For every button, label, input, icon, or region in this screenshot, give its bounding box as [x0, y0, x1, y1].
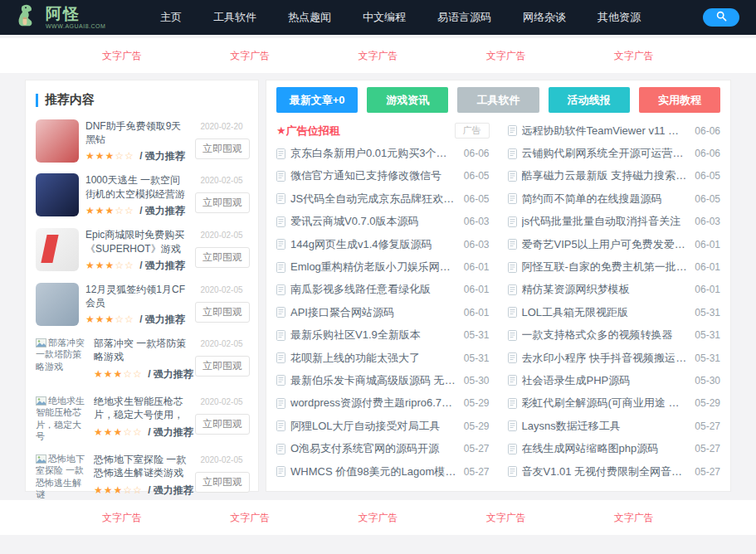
article-link[interactable]: API接口聚合网站源码 [290, 305, 457, 320]
watch-button[interactable]: 立即围观 [195, 356, 250, 377]
watch-button[interactable]: 立即围观 [195, 414, 250, 435]
watch-button[interactable]: 立即围观 [195, 192, 250, 213]
nav-item-hot-news[interactable]: 热点趣闻 [288, 10, 331, 25]
article-row: 南瓜影视多线路任意看绿化版06-01 [276, 279, 490, 301]
article-link[interactable]: 云铺购代刷网系统全开源可运营程序搭建 [522, 146, 689, 161]
article-date: 05-31 [695, 352, 720, 364]
item-title[interactable]: 部落冲突 一款塔防策略游戏 [94, 337, 188, 363]
item-title[interactable]: 12月灵狐签约领1月CF会员 [85, 283, 188, 309]
item-info: 1000天逃生 一款空间街机的太空模拟经营游戏★★★☆☆ / 强力推荐 [85, 173, 188, 218]
text-ad-link[interactable]: 文字广告 [358, 511, 398, 525]
article-link[interactable]: WHMCS 价值98美元的Lagom模板开源 [290, 464, 457, 479]
nav-item-chinese-programming[interactable]: 中文编程 [363, 10, 406, 25]
tab-tool-software[interactable]: 工具软件 [457, 87, 539, 113]
article-link[interactable]: JS代码全自动完成京东品牌狂欢城活动任务 [290, 192, 457, 207]
panel-title: 推荐内容 [36, 87, 248, 114]
nav-item-home[interactable]: 主页 [160, 10, 182, 25]
article-link[interactable]: 社会语录生成PHP源码 [522, 373, 689, 388]
article-link[interactable]: 在线生成网站缩略图php源码 [522, 441, 689, 456]
article-date: 05-29 [695, 397, 720, 409]
broken-image-alt[interactable]: 部落冲突 一款塔防策略游戏 [36, 337, 87, 385]
search-button[interactable] [703, 8, 739, 27]
watch-button[interactable]: 立即围观 [195, 302, 250, 323]
article-date: 06-01 [695, 284, 720, 295]
article-link[interactable]: 南瓜影视多线路任意看绿化版 [290, 282, 457, 297]
article-link[interactable]: Laysns数据迁移工具 [522, 419, 689, 434]
text-ad-link[interactable]: 文字广告 [358, 49, 398, 63]
article-link[interactable]: 精仿某资源网织梦模板 [522, 282, 689, 297]
watch-button[interactable]: 立即围观 [195, 472, 250, 493]
article-link[interactable]: 远程协助软件TeamViewer v11 单文件版 [522, 124, 689, 138]
star-empty-icons: ☆☆ [115, 313, 134, 325]
ad-slot-link[interactable]: ★广告位招租 [276, 124, 455, 138]
article-row: API接口聚合网站源码06-01 [276, 301, 490, 323]
item-title[interactable]: Epic商城限时免费购买《SUPERHOT》游戏 [85, 228, 188, 255]
article-link[interactable]: 音友V1.01 无视付费限制全网音乐无损免费... [522, 464, 689, 479]
text-ad-link[interactable]: 文字广告 [102, 49, 142, 63]
broken-image-alt[interactable]: 绝地求生智能压枪芯片，稳定大号 [36, 395, 87, 443]
item-title[interactable]: 恐怖地下室探险 一款恐怖逃生解谜类游戏 [94, 453, 188, 479]
text-ad-link[interactable]: 文字广告 [614, 511, 654, 525]
item-meta: 2020-02-05立即围观 [195, 283, 248, 323]
star-empty-icons: ☆☆ [123, 484, 143, 496]
article-link[interactable]: LOL工具箱无限视距版 [522, 305, 689, 320]
article-link[interactable]: 去水印小程序 快手抖音视频搬运工上热门... [522, 351, 689, 366]
item-thumbnail[interactable] [36, 228, 79, 271]
article-link[interactable]: 花呗新上线的功能太强大了 [290, 351, 457, 366]
article-link[interactable]: 京东白条新用户0.01元购买3个月爱奇艺黄... [290, 146, 457, 161]
recommended-item: DNF助手免费领取9天黑钻★★★☆☆ / 强力推荐2020-02-20立即围观 [36, 114, 248, 168]
watch-button[interactable]: 立即围观 [195, 247, 250, 268]
article-row: 爱讯云商城V0.7.0版本源码06-03 [276, 211, 490, 233]
text-ad-link[interactable]: 文字广告 [230, 511, 270, 525]
nav-item-easy-language-source[interactable]: 易语言源码 [437, 10, 491, 25]
tab-activity-feeds[interactable]: 活动线报 [549, 87, 630, 113]
nav-item-network-talk[interactable]: 网络杂谈 [523, 10, 566, 25]
article-link[interactable]: 最新乐购社区V1.9全新版本 [290, 328, 457, 343]
article-link[interactable]: 最新伯乐发卡商城高级版源码 无后门 [290, 373, 457, 388]
broken-image-alt[interactable]: 恐怖地下室探险 一款恐怖逃生解谜 [36, 453, 87, 501]
article-link[interactable]: 阿怪互联-自家的免费主机第一批正式开启 [522, 260, 689, 275]
site-logo[interactable]: 阿怪 WWW.AGUAI8.COM [17, 2, 137, 32]
item-info: 绝地求生智能压枪芯片，稳定大号使用，永久免费★★★☆☆ / 强力推荐 [94, 395, 188, 440]
text-ad-link[interactable]: 文字广告 [230, 49, 270, 63]
recommended-item: 恐怖地下室探险 一款恐怖逃生解谜恐怖地下室探险 一款恐怖逃生解谜类游戏★★★☆☆… [36, 448, 248, 506]
article-link[interactable]: 144g网页生成v1.4修复版源码 [290, 237, 457, 252]
document-icon [508, 330, 517, 341]
text-ad-link[interactable]: 文字广告 [614, 49, 654, 63]
article-date: 05-31 [464, 352, 490, 364]
tab-game-news[interactable]: 游戏资讯 [367, 87, 448, 113]
text-ad-link[interactable]: 文字广告 [486, 49, 526, 63]
item-title[interactable]: 1000天逃生 一款空间街机的太空模拟经营游戏 [85, 173, 188, 201]
tab-latest-articles[interactable]: 最新文章+0 [276, 87, 358, 113]
article-link[interactable]: 爱奇艺VIP5以上用户可免费发爱奇艺VIP红包 [522, 237, 689, 252]
tab-practical-tutorials[interactable]: 实用教程 [639, 87, 720, 113]
item-title[interactable]: 绝地求生智能压枪芯片，稳定大号使用，永久免费 [94, 395, 188, 422]
recommend-label: / 强力推荐 [145, 484, 193, 496]
nav-item-tool-software[interactable]: 工具软件 [213, 10, 256, 25]
article-link[interactable]: 一款支持格式众多的视频转换器 [522, 328, 689, 343]
article-link[interactable]: 阿狸LOL大厅自动接受对局工具 [290, 419, 457, 434]
item-thumbnail[interactable] [36, 283, 79, 326]
article-link[interactable]: 酷享磁力云最新版 支持磁力搜索下载和一... [522, 168, 689, 183]
text-ad-link[interactable]: 文字广告 [102, 511, 142, 525]
recommended-item: 12月灵狐签约领1月CF会员★★★☆☆ / 强力推荐2020-02-05立即围观 [36, 278, 248, 332]
article-link[interactable]: 微信官方通知已支持修改微信号 [290, 168, 457, 183]
text-ad-link[interactable]: 文字广告 [486, 511, 526, 525]
item-thumbnail[interactable] [36, 119, 79, 163]
recommend-label: / 强力推荐 [137, 150, 185, 162]
article-link[interactable]: O泡易支付系统官网的源码开源 [290, 441, 457, 456]
article-date: 05-27 [464, 466, 490, 478]
watch-button[interactable]: 立即围观 [195, 138, 250, 159]
item-thumbnail[interactable] [36, 173, 79, 216]
article-link[interactable]: js代码批量批量自动取消抖音关注 [522, 214, 689, 229]
nav-item-other-resources[interactable]: 其他资源 [597, 10, 641, 25]
article-link[interactable]: 爱讯云商城V0.7.0版本源码 [290, 214, 457, 229]
article-row: 去水印小程序 快手抖音视频搬运工上热门...05-31 [508, 347, 721, 369]
item-title[interactable]: DNF助手免费领取9天黑钻 [85, 119, 188, 146]
document-icon [508, 307, 517, 318]
article-link[interactable]: Emlog重构精仿老版小刀娱乐网HFoldao模... [290, 260, 457, 275]
document-icon [276, 307, 285, 318]
article-link[interactable]: 彩虹代刷全解源码(可商业用途 防黑) [522, 396, 689, 411]
article-link[interactable]: 简约而不简单的在线搜题源码 [522, 192, 689, 207]
article-link[interactable]: wordpress资源付费主题ripro6.7含美化包... [290, 396, 457, 411]
